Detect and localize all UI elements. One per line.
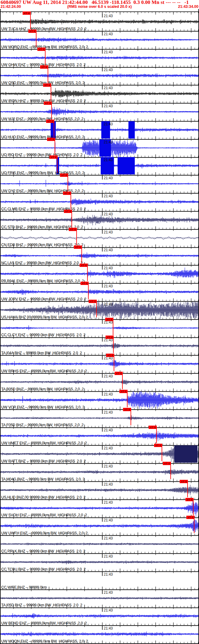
- pick-time-line: [131, 411, 131, 425]
- trace-label: UW DY2 EHZ -- 99999.0km BW HIGHPASS 2.0 …: [1, 189, 84, 193]
- minute-tick-label: 21:43: [104, 482, 113, 486]
- pick-flag[interactable]: xT 4: [23, 11, 31, 15]
- trace-panel[interactable]: 21:43xT 4UW SVOH EHZ -- 99999.0km BW HIG…: [0, 500, 199, 518]
- trace-panel[interactable]: 21:43CC PRLK BHZ -- 99999.0km BW HIGHPAS…: [0, 536, 199, 554]
- minute-tick-label: 21:43: [104, 248, 113, 252]
- pick-time-line: [113, 321, 113, 335]
- trace-panel[interactable]: 21:43xT 4US HLID BHZ 00 99999.0km BW HIG…: [0, 482, 199, 500]
- pick-flag[interactable]: xT 4: [44, 102, 52, 105]
- trace-panel[interactable]: 21:43xT 4PB B941 EHZ -- 99999.0km BW HIG…: [0, 266, 199, 284]
- trace-panel[interactable]: 21:43xT 4UW UWFH EHZ -- 99999.0km BW HIG…: [0, 518, 199, 536]
- pick-flag[interactable]: xT 4: [47, 138, 55, 141]
- trace-panel[interactable]: 21:43xT 4TA B05D BHZ -- 99999.0km BW HIG…: [0, 374, 199, 392]
- pick-flag[interactable]: xT 4: [43, 83, 51, 87]
- trace-panel[interactable]: 21:43xT 4UW RRHS EHZ -- 99999.0km BW HIG…: [0, 356, 199, 374]
- pick-time-line: [54, 123, 54, 137]
- trace-label: TA M04G BHZ -- 99999.0km BW HIGHPASS 2.0…: [1, 477, 84, 481]
- pick-flag[interactable]: xT 4: [149, 426, 157, 429]
- pick-time-line: [122, 375, 123, 389]
- pick-flag[interactable]: xT 4: [105, 318, 113, 321]
- pick-flag[interactable]: xT 4: [69, 228, 77, 231]
- pick-flag[interactable]: xT 4: [49, 155, 58, 159]
- seismogram-viewer: 60840697 UW Aug 11, 2014 21:42:44.00 46.…: [0, 0, 199, 644]
- minute-tick-label: 21:43: [104, 230, 113, 234]
- pick-time-line: [96, 303, 97, 317]
- pick-flag[interactable]: xT 4: [63, 192, 71, 195]
- pick-flag[interactable]: xT 4: [46, 120, 54, 123]
- trace-panel[interactable]: 21:43xT 4TA F05D BHZ -- 99999.0km BW HIG…: [0, 410, 199, 428]
- pick-flag[interactable]: xT 4: [64, 210, 72, 213]
- minute-tick-label: 21:43: [104, 518, 113, 522]
- pick-flag[interactable]: xT 4: [106, 354, 114, 357]
- pick-flag[interactable]: xT 4: [80, 264, 88, 267]
- pick-time-line: [187, 483, 188, 497]
- trace-panel[interactable]: 21:43xT 4UW JORV EHZ -- 99999.0km BW HIG…: [0, 284, 199, 302]
- trace-panel[interactable]: 21:43TA I05D BHZ -- 99999.0km BW HIGHPAS…: [0, 590, 199, 608]
- minute-tick-label: 21:43: [104, 572, 113, 577]
- trace-panel[interactable]: 21:43CC WIFE BHZ -- 99999.0km: [0, 572, 199, 590]
- pick-time-line: [71, 195, 71, 209]
- trace-panel[interactable]: 21:43UW BEND EHZ -- 99999.0km BW HIGHPAS…: [0, 608, 199, 626]
- trace-panel[interactable]: 21:43xT 4UW TUCA HHZ -- 99999.0km BW HIG…: [0, 14, 199, 32]
- pick-flag[interactable]: xT 4: [37, 48, 46, 51]
- trace-panel[interactable]: 21:43xT 4UW HMET EHZ -- 99999.0km BW HIG…: [0, 428, 199, 446]
- trace-label: UW RATT BHZ -- 99999.0km BW HIGHPASS 2.0…: [1, 459, 86, 463]
- minute-tick-label: 21:43: [104, 590, 113, 595]
- trace-panel[interactable]: 21:43xT 4CC CLCY EHZ -- 99999.0km BW HIG…: [0, 320, 199, 338]
- trace-label: UW BEND EHZ -- 99999.0km BW HIGHPASS 2.0…: [1, 621, 87, 625]
- pick-flag[interactable]: xT 4: [40, 65, 48, 69]
- minute-tick-label: 21:43: [104, 554, 113, 558]
- pick-time-line: [193, 501, 194, 515]
- pick-flag[interactable]: xT 4: [186, 516, 194, 519]
- pick-flag[interactable]: xT 4: [115, 372, 123, 375]
- trace-panel[interactable]: 21:43UW MOQN EHZ -- 99999.0km BW HIGHPAS…: [0, 626, 199, 644]
- minute-tick-label: 21:43: [104, 284, 113, 288]
- pick-flag[interactable]: xT 4: [81, 282, 89, 285]
- trace-panel[interactable]: 21:43xT 4UW RATT BHZ -- 99999.0km BW HIG…: [0, 446, 199, 464]
- pick-flag[interactable]: xT 4: [89, 300, 97, 303]
- trace-panel[interactable]: 21:43xT 4CN EDB BHZ -- 99999.0km BW HIGH…: [0, 230, 199, 248]
- trace-label: CC PRLK BHZ -- 99999.0km BW HIGHPASS 2.0…: [1, 549, 85, 553]
- trace-area: 21:43xT 4UW TUCA HHZ -- 99999.0km BW HIG…: [0, 0, 199, 644]
- pick-flag[interactable]: xT 4: [123, 408, 131, 411]
- minute-tick-label: 21:43: [104, 500, 113, 505]
- trace-panel[interactable]: 21:43xT 4CC CLMB EHZ -- 99999.0km BW HIG…: [0, 194, 199, 212]
- minute-tick-label: 21:43: [104, 14, 113, 18]
- trace-panel[interactable]: 21:43xT 4UO FRIS EHZ -- 99999.0km BW HIG…: [0, 158, 199, 176]
- pick-flag[interactable]: xT 4: [74, 245, 82, 249]
- pick-flag[interactable]: xT 4: [163, 462, 171, 465]
- trace-panel[interactable]: 21:43xT 4CC STD BHZ -- 99999.0km BW HIGH…: [0, 212, 199, 230]
- pick-flag[interactable]: xT 4: [154, 444, 162, 447]
- trace-panel[interactable]: 21:43xT 4TA M04G BHZ -- 99999.0km BW HIG…: [0, 464, 199, 482]
- trace-panel[interactable]: 21:43xT 4UW VCR EHZ -- 99999.0km BW HIGH…: [0, 392, 199, 410]
- trace-label: UO IRO EHZ -- 99999.0km BW HIGHPASS 2.0 …: [1, 153, 82, 157]
- trace-panel[interactable]: 21:43xT 4UW MORQ EHZ -- 99999.0km BW HIG…: [0, 32, 199, 50]
- trace-panel[interactable]: 21:43xT 4TA I04A BHZ -- 99999.0km BW HIG…: [0, 338, 199, 356]
- trace-label: UW SVOH EHZ -- 99999.0km BW HIGHPASS 2.0…: [1, 513, 87, 517]
- pick-flag[interactable]: xT 4: [60, 174, 68, 177]
- pick-time-line: [36, 33, 36, 47]
- trace-panel[interactable]: 21:43xT 4UW MJ2 EHZ -- 99999.0km BW HIGH…: [0, 104, 199, 122]
- trace-label: TA F05D BHZ -- 99999.0km BW HIGHPASS 2.0…: [1, 423, 84, 427]
- trace-panel[interactable]: 21:43xT 4UW DY2 EHZ -- 99999.0km BW HIGH…: [0, 176, 199, 194]
- pick-time-line: [162, 447, 162, 461]
- trace-panel[interactable]: 21:43xT 4UO HUO EHZ -- 99999.0km BW HIGH…: [0, 122, 199, 140]
- trace-panel[interactable]: 21:43CC TCBU BHZ -- 99999.0km BW HIGHPAS…: [0, 554, 199, 572]
- minute-tick-label: 21:43: [104, 194, 113, 198]
- minute-tick-label: 21:43: [104, 122, 113, 126]
- trace-panel[interactable]: 21:43xT 4UW IRON HHZ -- 99999.0km BW HIG…: [0, 86, 199, 104]
- trace-label: UW HMET EHZ -- 99999.0km BW HIGHPASS 2.0…: [1, 441, 87, 445]
- pick-flag[interactable]: xT 4: [28, 30, 36, 33]
- trace-panel[interactable]: 21:43xT 4UW GHW EHZ -- 99999.0km BW HIGH…: [0, 50, 199, 68]
- trace-panel[interactable]: 21:43xT 4UW QSD EHZ -- 99999.0km BW HIGH…: [0, 67, 199, 86]
- pick-flag[interactable]: xT 4: [106, 336, 114, 339]
- pick-time-line: [68, 177, 68, 191]
- pick-flag[interactable]: xT 4: [185, 498, 194, 501]
- pick-flag[interactable]: xT 4: [119, 390, 128, 393]
- trace-panel[interactable]: 21:43xT 4UO IRO EHZ -- 99999.0km BW HIGH…: [0, 140, 199, 158]
- minute-tick-label: 21:43: [104, 608, 113, 612]
- minute-tick-label: 21:43: [104, 86, 113, 90]
- trace-panel[interactable]: 21:43xT 4NC LAS EHZ -- 99999.0km BW HIGH…: [0, 248, 199, 266]
- trace-panel[interactable]: 21:43xT 4US HAWA BHZ 00 99999.0km BW HIG…: [0, 302, 199, 320]
- pick-flag[interactable]: xT 4: [180, 480, 188, 483]
